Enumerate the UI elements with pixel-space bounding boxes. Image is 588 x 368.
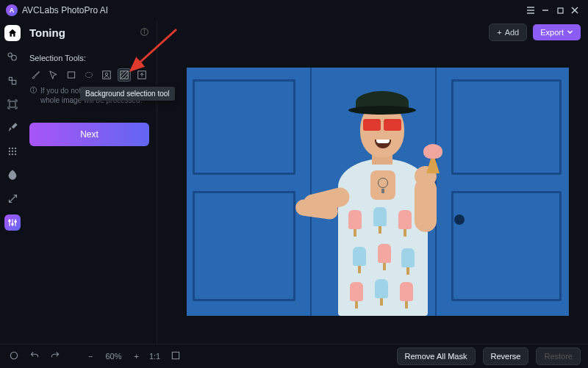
- bottom-bar: − 60% + 1:1 Remove All Mask Reverse Rest…: [0, 344, 588, 368]
- hint-info-icon: [29, 86, 37, 105]
- redo-icon[interactable]: [49, 349, 62, 364]
- plus-icon: +: [497, 28, 501, 37]
- svg-point-17: [15, 151, 16, 152]
- nav-crop-icon[interactable]: [5, 73, 20, 88]
- nav-toning-icon[interactable]: [4, 214, 21, 231]
- panel-title-text: Toning: [29, 26, 65, 39]
- brush-tool-icon[interactable]: [29, 68, 43, 82]
- window-minimize-icon[interactable]: [538, 3, 553, 18]
- restore-button: Restore: [536, 347, 581, 365]
- nav-rail: [0, 21, 25, 344]
- svg-point-16: [12, 151, 13, 152]
- svg-point-19: [12, 154, 13, 155]
- rectangle-tool-icon[interactable]: [65, 68, 78, 82]
- selection-tools-row: [29, 68, 149, 82]
- app-name: AVCLabs PhotoPro AI: [22, 5, 108, 15]
- canvas-top-row: + Add Export: [157, 21, 588, 44]
- info-icon[interactable]: [140, 27, 149, 39]
- fit-screen-icon[interactable]: [169, 349, 182, 364]
- add-button-label: Add: [505, 28, 520, 37]
- nav-expand-icon[interactable]: [5, 97, 20, 112]
- svg-rect-11: [10, 101, 15, 107]
- svg-point-7: [8, 53, 12, 57]
- app-logo-icon: A: [6, 4, 18, 16]
- ellipse-tool-icon[interactable]: [82, 68, 96, 82]
- nav-blur-icon[interactable]: [5, 144, 20, 159]
- canvas-area: + Add Export: [157, 21, 588, 344]
- svg-point-26: [15, 221, 16, 223]
- svg-rect-30: [68, 72, 74, 78]
- tooltip-background-tool: Background selection tool: [80, 87, 175, 101]
- lasso-tool-icon[interactable]: [47, 68, 60, 82]
- svg-rect-44: [173, 352, 179, 358]
- svg-line-35: [121, 71, 129, 79]
- svg-point-13: [12, 148, 13, 149]
- chevron-down-icon: [567, 28, 573, 37]
- svg-point-25: [12, 223, 13, 225]
- zoom-value: 60%: [101, 352, 125, 361]
- selection-tools-label: Selection Tools:: [29, 54, 149, 62]
- zoom-in-icon[interactable]: +: [132, 350, 140, 362]
- svg-point-18: [9, 154, 10, 155]
- fit-button[interactable]: 1:1: [148, 350, 162, 362]
- svg-point-33: [105, 73, 108, 76]
- remove-all-mask-button[interactable]: Remove All Mask: [397, 347, 476, 365]
- undo-icon[interactable]: [28, 349, 41, 364]
- subject-tool-icon[interactable]: [100, 68, 113, 82]
- reverse-button[interactable]: Reverse: [483, 347, 529, 365]
- svg-point-29: [144, 29, 145, 30]
- window-maximize-icon[interactable]: [553, 3, 567, 18]
- svg-rect-10: [12, 80, 15, 84]
- hamburger-icon[interactable]: [523, 3, 538, 18]
- side-panel: Toning Selection Tools: If yo: [25, 21, 157, 344]
- nav-layers-icon[interactable]: [5, 50, 20, 65]
- nav-resize-icon[interactable]: [5, 191, 20, 206]
- image-canvas[interactable]: [187, 68, 569, 316]
- nav-color-icon[interactable]: [5, 167, 20, 182]
- svg-point-20: [15, 154, 16, 155]
- svg-point-41: [33, 88, 34, 89]
- svg-point-24: [9, 220, 10, 222]
- export-button[interactable]: Export: [533, 24, 581, 40]
- svg-rect-4: [558, 8, 563, 13]
- window-close-icon[interactable]: [567, 3, 582, 18]
- titlebar: A AVCLabs PhotoPro AI: [0, 0, 588, 21]
- svg-point-14: [15, 148, 16, 149]
- panel-title: Toning: [29, 26, 149, 39]
- svg-point-15: [9, 151, 10, 152]
- zoom-out-icon[interactable]: −: [87, 350, 94, 362]
- nav-retouch-icon[interactable]: [5, 120, 20, 135]
- svg-point-8: [12, 55, 17, 60]
- background-tool-icon[interactable]: [118, 68, 131, 82]
- svg-point-12: [9, 148, 10, 149]
- svg-rect-9: [9, 77, 12, 80]
- import-mask-tool-icon[interactable]: [135, 68, 148, 82]
- svg-point-43: [10, 352, 17, 358]
- export-button-label: Export: [540, 28, 564, 37]
- next-button[interactable]: Next: [29, 123, 149, 146]
- nav-home-icon[interactable]: [4, 25, 21, 41]
- reset-icon[interactable]: [7, 349, 21, 364]
- svg-rect-32: [103, 71, 111, 79]
- add-button[interactable]: + Add: [489, 24, 527, 41]
- svg-point-31: [85, 73, 92, 78]
